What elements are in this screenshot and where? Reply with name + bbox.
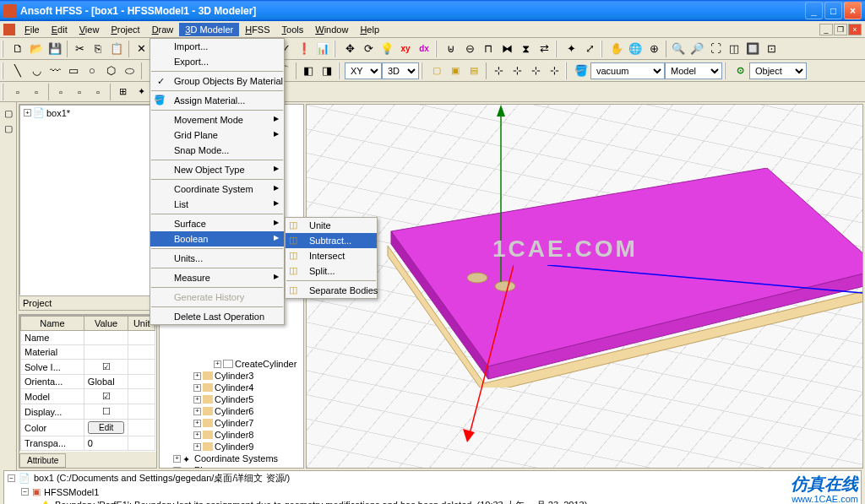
cs2-button[interactable]: ⊹: [508, 62, 526, 80]
paste-button[interactable]: 📋: [107, 40, 126, 58]
menuitem-boolean[interactable]: Boolean: [150, 231, 284, 247]
tree-item[interactable]: + Cylinder4: [160, 382, 303, 393]
tree-item[interactable]: + Cylinder5: [160, 393, 303, 405]
tool-g[interactable]: 📊: [313, 40, 332, 58]
menuitem-surface[interactable]: Surface: [150, 216, 284, 231]
snap1-button[interactable]: ▫: [8, 83, 27, 101]
axis-dx-button[interactable]: dx: [415, 40, 433, 58]
menuitem-units-[interactable]: Units...: [150, 251, 284, 266]
menuitem-list[interactable]: List: [150, 197, 284, 212]
menuitem-export-[interactable]: Export...: [150, 54, 284, 69]
menu-help[interactable]: Help: [354, 23, 385, 36]
menu-3d-modeler[interactable]: Import...Export...Group Objects By Mater…: [150, 38, 285, 325]
mirror-button[interactable]: ⧗: [516, 40, 535, 58]
tree-item[interactable]: + Cylinder8: [160, 429, 303, 441]
cs3-button[interactable]: ⊹: [526, 62, 545, 80]
line-button[interactable]: ╲: [8, 62, 27, 80]
menuitem-snap-mode-[interactable]: Snap Mode...: [150, 143, 284, 158]
sel-button[interactable]: ⊙: [731, 62, 749, 80]
pan-button[interactable]: ✥: [340, 40, 359, 58]
menu-hfss[interactable]: HFSS: [239, 23, 275, 36]
submenu-boolean[interactable]: ◫Unite◫Subtract...◫Intersect◫Split...◫Se…: [285, 217, 378, 299]
col-name[interactable]: Name: [21, 317, 84, 331]
prop-row[interactable]: Solve I...☑: [21, 360, 155, 375]
plane-select[interactable]: XY: [345, 62, 382, 79]
render-button[interactable]: ▤: [465, 62, 483, 80]
submenuitem-intersect[interactable]: ◫Intersect: [286, 248, 377, 263]
axis-button[interactable]: ✦: [562, 40, 580, 58]
snap2-button[interactable]: ▫: [27, 83, 46, 101]
prop-row[interactable]: Display...☐: [21, 404, 155, 420]
menuitem-coordinate-system[interactable]: Coordinate System: [150, 182, 284, 197]
prop-row[interactable]: ColorEdit: [21, 420, 155, 436]
axis-xy-button[interactable]: xy: [396, 40, 415, 58]
menuitem-delete-last-operation[interactable]: Delete Last Operation: [150, 309, 284, 324]
expander-icon[interactable]: +: [173, 467, 181, 469]
message-log[interactable]: − 📄 box1 (C:/Documents and Settings/gege…: [3, 470, 862, 504]
orbit-button[interactable]: 🌐: [626, 40, 645, 58]
mdi-close-button[interactable]: ×: [848, 24, 862, 35]
orbit2-button[interactable]: ⊕: [645, 40, 663, 58]
menu-window[interactable]: Window: [309, 23, 354, 36]
menuitem-import-[interactable]: Import...: [150, 39, 284, 54]
open-button[interactable]: 📂: [27, 40, 46, 58]
unite-button[interactable]: ⊎: [442, 40, 460, 58]
col-value[interactable]: Value: [84, 317, 128, 331]
ellipse-button[interactable]: ⬭: [120, 62, 139, 80]
menuitem-new-object-type[interactable]: New Object Type: [150, 162, 284, 177]
split-button[interactable]: ⧓: [498, 40, 516, 58]
snap5-button[interactable]: ▫: [89, 83, 107, 101]
menu-file[interactable]: File: [19, 23, 46, 36]
minimize-button[interactable]: _: [805, 2, 823, 19]
zoomfit-button[interactable]: ⛶: [706, 40, 725, 58]
wire-button[interactable]: ▢: [427, 62, 446, 80]
subtract-button[interactable]: ⊖: [460, 40, 479, 58]
menuitem-movement-mode[interactable]: Movement Mode: [150, 112, 284, 127]
project-tree[interactable]: + 📄 box1*: [19, 105, 156, 295]
snap3-button[interactable]: ▫: [52, 83, 70, 101]
expander-icon[interactable]: +: [173, 455, 181, 463]
expander-icon[interactable]: +: [193, 372, 201, 380]
prop-row[interactable]: Orienta...Global: [21, 375, 155, 389]
expander-icon[interactable]: +: [214, 360, 221, 368]
menu-draw[interactable]: Draw: [146, 23, 180, 36]
tree-item[interactable]: + CreateCylinder: [160, 358, 303, 370]
new-button[interactable]: 🗋: [8, 40, 27, 58]
zoomsel-button[interactable]: ◫: [725, 40, 743, 58]
prop-row[interactable]: Transpa...0: [21, 436, 155, 451]
zoomall-button[interactable]: ⊡: [762, 40, 781, 58]
polygon-button[interactable]: ⬡: [101, 62, 120, 80]
expander-icon[interactable]: −: [8, 474, 15, 482]
tree-item[interactable]: + Cylinder7: [160, 417, 303, 429]
snap7-button[interactable]: ✦: [132, 83, 150, 101]
mdi-minimize-button[interactable]: _: [819, 24, 833, 35]
circle-button[interactable]: ○: [83, 62, 101, 80]
model-select[interactable]: Model: [665, 62, 722, 79]
tree-item[interactable]: + Cylinder9: [160, 441, 303, 453]
expander-icon[interactable]: +: [193, 443, 201, 451]
maximize-button[interactable]: □: [824, 2, 842, 19]
rotate-button[interactable]: ⟳: [359, 40, 378, 58]
snap4-button[interactable]: ▫: [70, 83, 89, 101]
expander-icon[interactable]: +: [193, 420, 201, 427]
tree-item[interactable]: +✦ Coordinate Systems: [160, 453, 303, 464]
edit-color-button[interactable]: Edit: [88, 421, 125, 434]
hand-button[interactable]: ✋: [607, 40, 626, 58]
space-select[interactable]: 3D: [382, 62, 419, 79]
tree-item[interactable]: + Cylinder6: [160, 405, 303, 417]
menuitem-measure[interactable]: Measure: [150, 270, 284, 285]
expander-icon[interactable]: +: [193, 408, 201, 415]
vt1[interactable]: ▢: [1, 106, 16, 121]
cs4-button[interactable]: ⊹: [545, 62, 563, 80]
project-root[interactable]: box1*: [46, 108, 70, 118]
shade-button[interactable]: ▣: [446, 62, 465, 80]
submenuitem-separate-bodies[interactable]: ◫Separate Bodies: [286, 283, 377, 298]
submenuitem-split-[interactable]: ◫Split...: [286, 263, 377, 279]
spline-button[interactable]: 〰: [46, 62, 64, 80]
material-select[interactable]: vacuum: [590, 62, 665, 79]
menu-tools[interactable]: Tools: [276, 23, 310, 36]
paint-button[interactable]: 🪣: [572, 62, 590, 80]
menu-edit[interactable]: Edit: [46, 23, 73, 36]
mdi-restore-button[interactable]: ❐: [834, 24, 847, 35]
arc-button[interactable]: ◡: [27, 62, 46, 80]
